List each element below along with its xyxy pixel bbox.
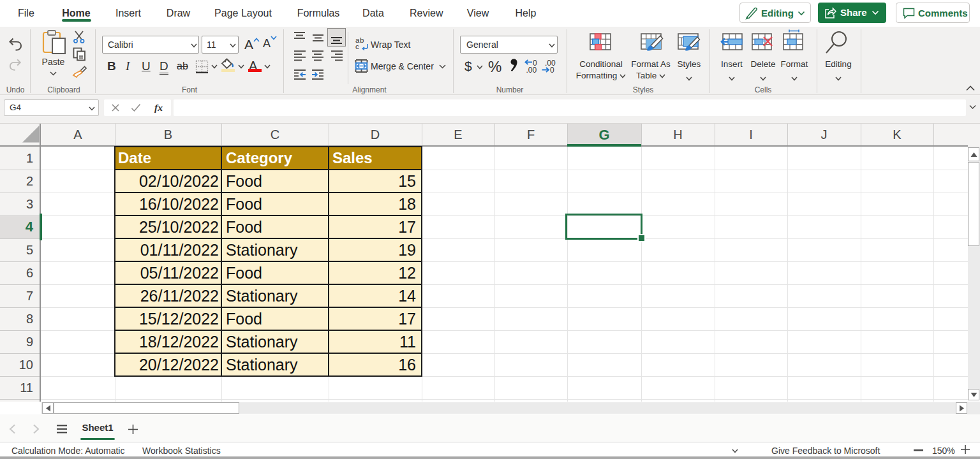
svg-text:0: 0 (550, 66, 554, 73)
svg-text:.00: .00 (526, 66, 537, 73)
